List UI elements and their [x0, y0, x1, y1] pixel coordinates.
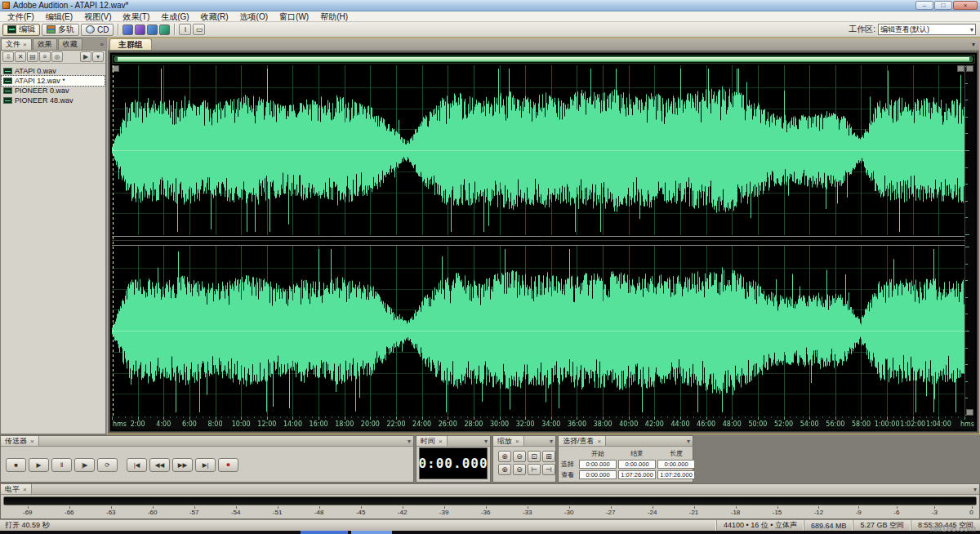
pause-button[interactable]: Ⅱ	[51, 458, 72, 472]
level-meter[interactable]	[3, 496, 977, 505]
close-panel-icon[interactable]: ×	[30, 438, 34, 445]
tab-文件[interactable]: 文件×	[1, 38, 32, 50]
selection-value-field[interactable]: 0:00.000	[657, 460, 695, 469]
selection-value-field[interactable]: 0:00.000	[618, 460, 656, 469]
waveform-area	[109, 52, 978, 432]
time-panel-tab[interactable]: 时间 ×	[416, 436, 448, 446]
time-display[interactable]: 0:00.000	[419, 447, 488, 479]
toolbar-separator	[174, 24, 175, 35]
panel-menu-icon[interactable]: ▾	[484, 438, 490, 445]
level-scale: -69-66-63-60-57-54-51-48-45-42-39-36-33-…	[3, 507, 977, 518]
marquee-selection-tool-icon[interactable]: ▭	[193, 24, 205, 35]
selection-value-field[interactable]: 1:07:26.000	[618, 470, 656, 479]
zoom-in-horizontal-button[interactable]: ⊕	[498, 451, 511, 462]
file-list-item[interactable]: PIONEER 0.wav	[2, 86, 105, 96]
close-button[interactable]: ×	[953, 1, 978, 10]
fast-forward-button[interactable]: ▶▶	[172, 458, 193, 472]
zoom-panel-header: 缩放 × ▾	[493, 436, 555, 447]
timeline-ruler[interactable]	[112, 416, 975, 429]
edit-view-button[interactable]: 编辑	[2, 24, 40, 36]
go-to-beginning-button[interactable]: |◀	[127, 458, 147, 472]
play-looped-button[interactable]: ⟳	[97, 458, 118, 472]
zoom-to-selection-button[interactable]: ⊡	[528, 451, 541, 462]
tab-收藏[interactable]: 收藏	[58, 38, 82, 50]
file-options-icon[interactable]: ▾	[92, 51, 104, 62]
go-to-end-button[interactable]: ▶|	[195, 458, 216, 472]
menu-item[interactable]: 选项(O)	[234, 11, 274, 22]
zoom-out-full-button[interactable]: ⊞	[542, 451, 555, 462]
close-panel-icon[interactable]: ×	[23, 486, 27, 493]
cd-view-button[interactable]: CD	[81, 24, 114, 36]
taskbar-button[interactable]	[351, 531, 392, 534]
panel-menu-icon[interactable]: ▾	[408, 438, 413, 445]
main-content	[108, 51, 979, 434]
zoom-left-edge-button[interactable]: ⊢	[528, 464, 541, 475]
file-list-item[interactable]: ATAPI 0.wav	[2, 66, 105, 76]
menu-item[interactable]: 窗口(W)	[274, 11, 314, 22]
selection-panel-tab[interactable]: 选择/查看 ×	[559, 436, 606, 446]
taskbar-button[interactable]	[301, 531, 348, 534]
levels-panel-tab[interactable]: 电平 ×	[1, 484, 32, 494]
play-from-cursor-button[interactable]: |▶	[74, 458, 95, 472]
close-panel-icon[interactable]: ×	[598, 438, 602, 445]
menu-item[interactable]: 视图(V)	[78, 11, 117, 22]
file-list-item[interactable]: ATAPI 12.wav *	[2, 76, 105, 86]
zoom-right-edge-button[interactable]: ⊣	[542, 464, 555, 475]
menu-item[interactable]: 编辑(E)	[40, 11, 78, 22]
time-selection-tool-icon[interactable]: I	[179, 24, 191, 35]
title-bar[interactable]: Adobe Audition - ATAPI 12.wav* –□×	[0, 0, 980, 11]
insert-into-multitrack-icon[interactable]: ≡	[39, 51, 51, 62]
panel-menu-icon[interactable]: ▾	[550, 438, 555, 445]
minimize-button[interactable]: –	[915, 1, 933, 10]
show-spectral-frequency-icon[interactable]	[135, 24, 145, 35]
play-button[interactable]: ▶	[29, 458, 49, 472]
selection-value-field[interactable]: 1:07:26.000	[657, 470, 695, 479]
zoom-panel-tab[interactable]: 缩放 ×	[493, 436, 524, 446]
menu-item[interactable]: 生成(G)	[155, 11, 194, 22]
transport-panel-tab[interactable]: 传送器 ×	[1, 436, 39, 446]
close-tab-icon[interactable]: ×	[23, 41, 27, 48]
rewind-button[interactable]: ◀◀	[149, 458, 170, 472]
edit-file-icon[interactable]: ▤	[27, 51, 38, 62]
selection-value-field[interactable]: 0:00.000	[579, 470, 617, 479]
zoom-out-vertical-button[interactable]: ⊖	[513, 464, 526, 475]
record-button[interactable]: ●	[218, 458, 238, 472]
insert-into-cd-icon[interactable]: ◎	[51, 51, 63, 62]
panel-menu-icon[interactable]: ▾	[687, 438, 693, 445]
tab-main-group[interactable]: 主群组	[109, 38, 152, 50]
window-controls: –□×	[915, 1, 978, 10]
selection-value-field[interactable]: 0:00.000	[579, 460, 617, 469]
zoom-out-horizontal-button[interactable]: ⊖	[513, 451, 526, 462]
view-button-label: CD	[97, 25, 109, 34]
tab-效果[interactable]: 效果	[33, 38, 57, 50]
menu-item[interactable]: 帮助(H)	[314, 11, 354, 22]
close-panel-icon[interactable]: ×	[515, 438, 519, 445]
play-file-icon[interactable]: ▶	[80, 51, 91, 62]
close-file-icon[interactable]: ✕	[15, 51, 26, 62]
workspace-area: 工作区: 编辑查看(默认) ▾	[849, 24, 978, 35]
import-file-icon[interactable]: ⇩	[2, 51, 14, 62]
show-waveform-icon[interactable]	[122, 24, 133, 35]
panel-menu-icon[interactable]: ▾	[973, 486, 979, 493]
menu-item[interactable]: 收藏(R)	[195, 11, 234, 22]
selection-panel-title: 选择/查看	[563, 436, 595, 447]
workspace-select[interactable]: 编辑查看(默认) ▾	[878, 24, 976, 35]
close-panel-icon[interactable]: ×	[439, 438, 443, 445]
multitrack-view-button[interactable]: 多轨	[42, 24, 79, 36]
status-file-size: 689.64 MB	[804, 520, 853, 531]
level-scale-label: -3	[932, 509, 938, 518]
zoom-navigator[interactable]	[112, 55, 975, 64]
menu-item[interactable]: 文件(F)	[2, 11, 40, 22]
show-spectral-phase-icon[interactable]	[159, 24, 170, 35]
zoom-in-vertical-button[interactable]: ⊕	[498, 464, 511, 475]
menu-item[interactable]: 效果(T)	[117, 11, 155, 22]
show-spectral-pan-icon[interactable]	[147, 24, 158, 35]
maximize-button[interactable]: □	[934, 1, 952, 10]
file-list-item[interactable]: PIONEER 48.wav	[2, 96, 105, 105]
waveform-display[interactable]	[112, 65, 975, 416]
stop-button[interactable]: ■	[6, 458, 26, 472]
zoom-navigator-bar[interactable]	[114, 56, 973, 62]
tab-overflow-icon[interactable]: »	[100, 41, 106, 50]
panel-menu-icon[interactable]: ▾	[972, 41, 978, 50]
bottom-panel-row: 传送器 × ▾ ■▶Ⅱ|▶⟳|◀◀◀▶▶▶|● 时间 × ▾ 0:00.000	[0, 434, 980, 483]
